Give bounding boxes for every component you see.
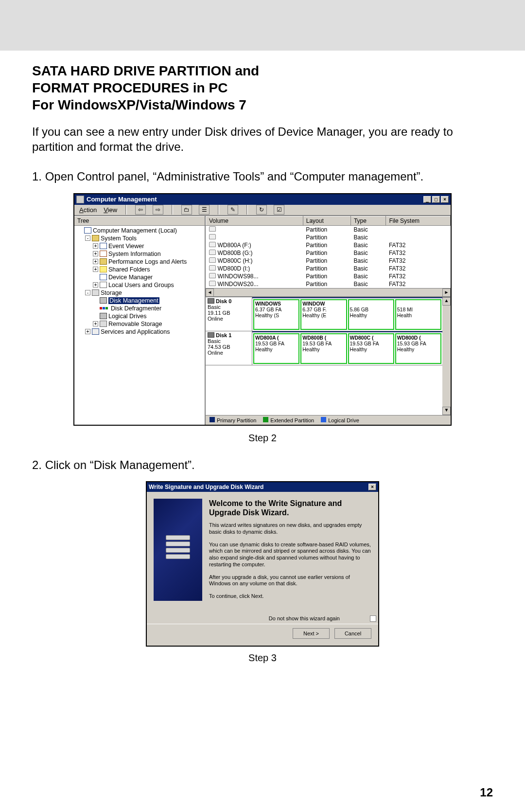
vscroll-down-button[interactable]: ▼ xyxy=(442,407,451,415)
volume-row[interactable]: WD800C (H:)PartitionBasicFAT32 xyxy=(206,257,451,265)
storage-icon xyxy=(92,289,99,296)
wizard-para-2: You can use dynamic disks to create soft… xyxy=(209,541,371,568)
hscroll-right-button[interactable]: ► xyxy=(442,289,451,297)
legend-primary: Primary Partition xyxy=(210,417,256,423)
toolbar-forward-button[interactable]: ⇨ xyxy=(153,205,163,215)
cm-window-controls: _ □ × xyxy=(423,196,449,203)
volume-row[interactable]: PartitionBasic xyxy=(206,234,451,241)
tree-event-viewer[interactable]: +Event Viewer xyxy=(93,242,204,250)
disk-partitions: WINDOWS6.37 GB FAHealthy (SWINDOW6.37 GB… xyxy=(252,297,442,331)
tree-system-info[interactable]: +System Information xyxy=(93,250,204,258)
col-layout[interactable]: Layout xyxy=(303,216,350,225)
tree-disk-defrag[interactable]: Disk Defragmenter xyxy=(93,305,204,312)
volume-icon xyxy=(209,257,216,263)
cm-titlebar[interactable]: Computer Management _ □ × xyxy=(74,194,451,205)
disk-management-icon xyxy=(100,297,107,304)
menu-view[interactable]: View xyxy=(104,206,117,214)
wizard-heading: Welcome to the Write Signature and Upgra… xyxy=(209,499,371,517)
volume-row[interactable]: WD800B (G:)PartitionBasicFAT32 xyxy=(206,249,451,257)
volumes-hscroll[interactable]: ◄ ► xyxy=(206,288,451,296)
toolbar-separator xyxy=(125,205,127,215)
cm-title-text: Computer Management xyxy=(87,196,423,203)
device-manager-icon xyxy=(100,274,107,280)
disk-partition[interactable]: WD800C (19.53 GB FAHealthy xyxy=(348,333,394,364)
disk-partition[interactable]: 518 MIHealth xyxy=(395,299,441,330)
vscroll-up-button[interactable]: ▲ xyxy=(442,297,451,306)
toolbar-separator xyxy=(172,205,173,215)
toolbar-list-button[interactable]: ☰ xyxy=(199,205,210,215)
toolbar-back-button[interactable]: ⇦ xyxy=(135,205,146,215)
disk-partition[interactable]: 5.86 GBHealthy xyxy=(348,299,394,330)
volume-row[interactable]: WINDOWS20...PartitionBasicFAT32 xyxy=(206,280,451,288)
wizard-close-button[interactable]: × xyxy=(368,484,376,490)
toolbar-up-button[interactable]: 🗀 xyxy=(181,205,192,215)
disk-info: Disk 1Basic74.53 GBOnline xyxy=(206,331,252,365)
tree-removable-storage[interactable]: +Removable Storage xyxy=(93,320,204,328)
cm-tree: Computer Management (Local) -System Tool… xyxy=(74,226,205,337)
step-1-text: 1. Open Control panel, “Administrative T… xyxy=(32,169,493,184)
volume-icon xyxy=(209,242,216,247)
wizard-cancel-button[interactable]: Cancel xyxy=(334,628,371,639)
disk-partition[interactable]: WD800B (19.53 GB FAHealthy xyxy=(300,333,347,364)
disk-rows: Disk 0Basic19.11 GBOnlineWINDOWS6.37 GB … xyxy=(206,297,442,415)
tree-services-apps[interactable]: +Services and Applications xyxy=(85,328,204,336)
toolbar-settings-button[interactable]: ☑ xyxy=(274,205,284,215)
tree-device-manager[interactable]: Device Manager xyxy=(93,273,204,281)
toolbar-properties-button[interactable]: ✎ xyxy=(228,205,238,215)
tree-root[interactable]: Computer Management (Local) xyxy=(77,227,204,235)
wizard-body: Welcome to the Write Signature and Upgra… xyxy=(147,492,378,609)
volume-row[interactable]: PartitionBasic xyxy=(206,225,451,234)
hscroll-left-button[interactable]: ◄ xyxy=(206,289,214,297)
tree-shared-folders[interactable]: +Shared Folders xyxy=(93,266,204,273)
toolbar-separator xyxy=(218,205,219,215)
col-volume[interactable]: Volume xyxy=(206,216,303,225)
hscroll-track[interactable] xyxy=(214,289,442,296)
disk-partition[interactable]: WINDOW6.37 GB F.Healthy (E xyxy=(300,299,347,330)
wizard-titlebar[interactable]: Write Signature and Upgrade Disk Wizard … xyxy=(147,482,378,492)
maximize-button[interactable]: □ xyxy=(432,196,440,203)
legend-logical: Logical Drive xyxy=(321,417,359,423)
volume-row[interactable]: WINDOWS98...PartitionBasicFAT32 xyxy=(206,272,451,280)
defrag-icon xyxy=(100,307,108,309)
wizard-para-1: This wizard writes signatures on new dis… xyxy=(209,522,371,536)
tree-local-users[interactable]: +Local Users and Groups xyxy=(93,281,204,289)
toolbar-refresh-button[interactable]: ↻ xyxy=(256,205,267,215)
close-button[interactable]: × xyxy=(441,196,449,203)
tree-system-tools[interactable]: -System Tools xyxy=(85,235,204,242)
disk-icon xyxy=(208,332,214,338)
volume-row[interactable]: WD800A (F:)PartitionBasicFAT32 xyxy=(206,241,451,249)
vscroll-track[interactable] xyxy=(442,306,451,407)
wizard-para-3: After you upgrade a disk, you cannot use… xyxy=(209,574,371,588)
disk-graphical-pane: Disk 0Basic19.11 GBOnlineWINDOWS6.37 GB … xyxy=(206,296,451,415)
heading-line-3: For WindowsXP/Vista/Windows 7 xyxy=(32,96,493,113)
disk-vscroll[interactable]: ▲ ▼ xyxy=(442,297,451,415)
tree-perf-logs[interactable]: +Performance Logs and Alerts xyxy=(93,258,204,266)
tools-icon xyxy=(92,235,99,241)
partition-legend: Primary Partition Extended Partition Log… xyxy=(206,415,451,425)
toolbar-separator xyxy=(246,205,248,215)
caption-step-2: Step 2 xyxy=(32,433,493,444)
primary-swatch-icon xyxy=(210,417,215,422)
volume-row[interactable]: WD800D (I:)PartitionBasicFAT32 xyxy=(206,265,451,272)
removable-storage-icon xyxy=(100,321,107,327)
tree-disk-management[interactable]: Disk Management xyxy=(93,297,204,305)
cm-tree-panel: Tree Computer Management (Local) -System… xyxy=(74,216,206,425)
cm-tree-header: Tree xyxy=(74,216,205,226)
col-type[interactable]: Type xyxy=(350,216,385,225)
document-page: SATA HARD DRIVE PARTITION and FORMAT PRO… xyxy=(0,51,525,812)
volume-icon xyxy=(209,250,216,255)
disk-partition[interactable]: WD800A (19.53 GB FAHealthy xyxy=(253,333,299,364)
services-icon xyxy=(92,328,99,335)
system-info-icon xyxy=(100,251,107,257)
legend-extended: Extended Partition xyxy=(263,417,314,423)
disk-partition[interactable]: WINDOWS6.37 GB FAHealthy (S xyxy=(253,299,299,330)
tree-logical-drives[interactable]: Logical Drives xyxy=(93,312,204,320)
minimize-button[interactable]: _ xyxy=(423,196,431,203)
wizard-dont-show-checkbox[interactable] xyxy=(370,615,376,622)
tree-storage[interactable]: -Storage xyxy=(85,289,204,297)
disk-partition[interactable]: WD800D (15.93 GB FAHealthy xyxy=(395,333,441,364)
col-fs[interactable]: File System xyxy=(386,216,451,225)
wizard-text: Welcome to the Write Signature and Upgra… xyxy=(209,499,371,606)
menu-action[interactable]: Action xyxy=(79,206,97,214)
wizard-next-button[interactable]: Next > xyxy=(293,628,330,639)
